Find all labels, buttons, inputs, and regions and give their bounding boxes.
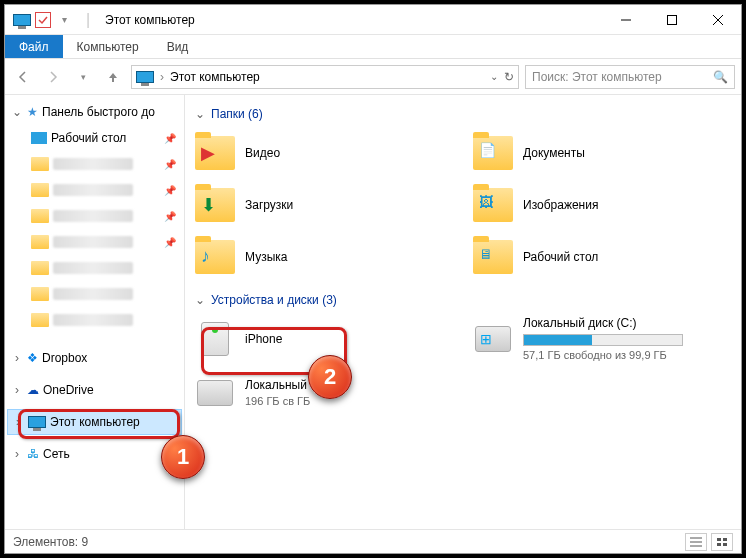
disk-icon <box>195 373 235 413</box>
search-icon[interactable]: 🔍 <box>713 70 728 84</box>
tab-file[interactable]: Файл <box>5 35 63 58</box>
folder-icon <box>31 313 49 327</box>
address-bar[interactable]: › Этот компьютер ⌄ ↻ <box>131 65 519 89</box>
sidebar-item-blur[interactable] <box>5 307 184 333</box>
sidebar-item-this-pc[interactable]: › Этот компьютер <box>7 409 182 435</box>
sidebar-item-blur[interactable]: 📌 <box>5 203 184 229</box>
section-devices-header[interactable]: ⌄ Устройства и диски (3) <box>195 293 731 307</box>
folder-label: Документы <box>523 146 585 160</box>
folder-icon <box>31 209 49 223</box>
nav-sidebar: ⌄ ★ Панель быстрого до Рабочий стол 📌 📌 … <box>5 95 185 529</box>
sidebar-item-label: Сеть <box>43 447 70 461</box>
svg-rect-1 <box>668 15 677 24</box>
disk-free-text: 196 ГБ св ГБ <box>245 394 310 409</box>
section-folders-header[interactable]: ⌄ Папки (6) <box>195 107 731 121</box>
device-item-disk-local[interactable]: Локальный 196 ГБ св ГБ <box>195 373 453 413</box>
cloud-icon: ☁ <box>27 383 39 397</box>
sidebar-item-label: Рабочий стол <box>51 131 126 145</box>
sidebar-item-dropbox[interactable]: › ❖ Dropbox <box>5 345 184 371</box>
minimize-button[interactable] <box>603 5 649 35</box>
svg-rect-9 <box>717 543 721 546</box>
disk-icon: ⊞ <box>473 319 513 359</box>
sidebar-item-blur[interactable] <box>5 281 184 307</box>
qat-dropdown-icon[interactable]: ▾ <box>53 9 75 31</box>
disk-usage-bar <box>523 334 683 346</box>
address-dropdown-icon[interactable]: ⌄ <box>490 71 498 82</box>
sidebar-item-quick-access[interactable]: ⌄ ★ Панель быстрого до <box>5 99 184 125</box>
star-icon: ★ <box>27 105 38 119</box>
tab-computer[interactable]: Компьютер <box>63 35 153 58</box>
folder-icon <box>31 261 49 275</box>
sidebar-item-label: Панель быстрого до <box>42 105 155 119</box>
device-label: Локальный <box>245 377 310 394</box>
view-details-button[interactable] <box>685 533 707 551</box>
monitor-icon <box>136 71 154 83</box>
chevron-right-icon: › <box>11 447 23 461</box>
chevron-right-icon: › <box>12 415 24 429</box>
dropbox-icon: ❖ <box>27 351 38 365</box>
search-input[interactable]: Поиск: Этот компьютер 🔍 <box>525 65 735 89</box>
device-item-iphone[interactable]: iPhone <box>195 315 453 363</box>
folder-icon: ⬇ <box>195 188 235 222</box>
folder-item-music[interactable]: ♪ Музыка <box>195 233 453 281</box>
chevron-down-icon: ⌄ <box>195 293 205 307</box>
content-pane: ⌄ Папки (6) ▶ Видео 📄 Документы ⬇ Загруз… <box>185 95 741 529</box>
sidebar-item-network[interactable]: › 🖧 Сеть <box>5 441 184 467</box>
svg-rect-8 <box>723 538 727 541</box>
tab-view[interactable]: Вид <box>153 35 203 58</box>
folder-icon: 📄 <box>473 136 513 170</box>
chevron-right-icon: › <box>11 383 23 397</box>
folder-item-downloads[interactable]: ⬇ Загрузки <box>195 181 453 229</box>
pin-icon: 📌 <box>164 159 176 170</box>
sidebar-item-blur[interactable]: 📌 <box>5 177 184 203</box>
desktop-icon <box>31 132 47 144</box>
device-item-disk-c[interactable]: ⊞ Локальный диск (C:) 57,1 ГБ свободно и… <box>473 315 731 363</box>
qat-separator: | <box>77 9 99 31</box>
chevron-down-icon: ⌄ <box>195 107 205 121</box>
close-button[interactable] <box>695 5 741 35</box>
folder-label: Видео <box>245 146 280 160</box>
sidebar-item-label: OneDrive <box>43 383 94 397</box>
sidebar-item-onedrive[interactable]: › ☁ OneDrive <box>5 377 184 403</box>
folder-icon: ▶ <box>195 136 235 170</box>
sidebar-item-label: Dropbox <box>42 351 87 365</box>
refresh-icon[interactable]: ↻ <box>504 70 514 84</box>
folder-item-pictures[interactable]: 🖼 Изображения <box>473 181 731 229</box>
chevron-right-icon: › <box>160 70 164 84</box>
sidebar-item-blur[interactable]: 📌 <box>5 229 184 255</box>
pin-icon: 📌 <box>164 237 176 248</box>
sidebar-item-desktop[interactable]: Рабочий стол 📌 <box>5 125 184 151</box>
folder-icon <box>31 287 49 301</box>
view-large-icons-button[interactable] <box>711 533 733 551</box>
folder-item-videos[interactable]: ▶ Видео <box>195 129 453 177</box>
folder-icon <box>31 183 49 197</box>
qat-properties-icon[interactable] <box>35 12 51 28</box>
monitor-icon <box>28 416 46 428</box>
folder-item-documents[interactable]: 📄 Документы <box>473 129 731 177</box>
ribbon-tabs: Файл Компьютер Вид <box>5 35 741 59</box>
device-label: iPhone <box>245 331 282 348</box>
sidebar-item-blur[interactable]: 📌 <box>5 151 184 177</box>
pin-icon: 📌 <box>164 133 176 144</box>
window-title: Этот компьютер <box>105 13 195 27</box>
up-button[interactable] <box>101 65 125 89</box>
back-button[interactable] <box>11 65 35 89</box>
folder-icon <box>31 157 49 171</box>
sidebar-item-blur[interactable] <box>5 255 184 281</box>
chevron-down-icon: ⌄ <box>11 105 23 119</box>
recent-dropdown[interactable]: ▾ <box>71 65 95 89</box>
folder-label: Загрузки <box>245 198 293 212</box>
folder-label: Рабочий стол <box>523 250 598 264</box>
folder-item-desktop[interactable]: 🖥 Рабочий стол <box>473 233 731 281</box>
network-icon: 🖧 <box>27 447 39 461</box>
forward-button[interactable] <box>41 65 65 89</box>
status-bar: Элементов: 9 <box>5 529 741 553</box>
breadcrumb[interactable]: Этот компьютер <box>170 70 260 84</box>
disk-free-text: 57,1 ГБ свободно из 99,9 ГБ <box>523 348 683 363</box>
folder-icon <box>31 235 49 249</box>
chevron-right-icon: › <box>11 351 23 365</box>
app-icon <box>11 9 33 31</box>
device-label: Локальный диск (C:) <box>523 315 683 332</box>
svg-rect-10 <box>723 543 727 546</box>
maximize-button[interactable] <box>649 5 695 35</box>
